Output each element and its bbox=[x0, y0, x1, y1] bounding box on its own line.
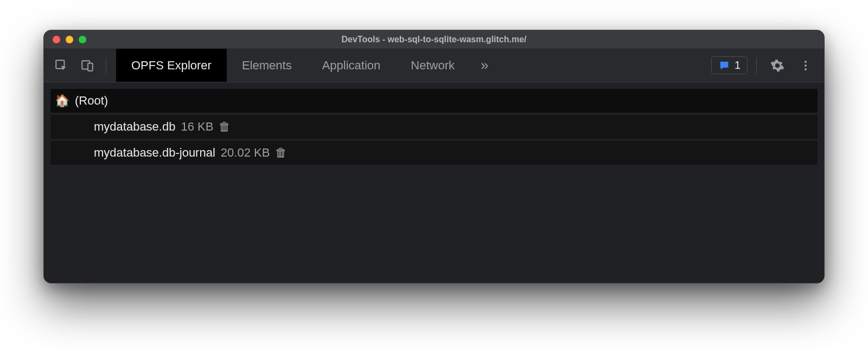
toolbar-separator bbox=[756, 57, 757, 74]
tab-label: Application bbox=[322, 59, 381, 73]
tab-label: Network bbox=[411, 59, 455, 73]
file-size: 20.02 KB bbox=[221, 146, 270, 160]
svg-rect-2 bbox=[88, 63, 93, 70]
svg-point-4 bbox=[805, 64, 807, 67]
toolbar-separator bbox=[106, 57, 106, 74]
device-toolbar-button[interactable] bbox=[75, 54, 99, 77]
inspect-element-button[interactable] bbox=[49, 54, 73, 77]
tab-application[interactable]: Application bbox=[307, 49, 396, 82]
svg-point-5 bbox=[805, 68, 807, 70]
devtools-window: DevTools - web-sql-to-sqlite-wasm.glitch… bbox=[43, 30, 825, 283]
root-label: (Root) bbox=[75, 94, 108, 108]
tab-elements[interactable]: Elements bbox=[227, 49, 307, 82]
file-row[interactable]: mydatabase.db-journal 20.02 KB 🗑 bbox=[50, 141, 818, 165]
gear-icon bbox=[770, 59, 784, 73]
tree-root-row[interactable]: 🏠 (Root) bbox=[50, 89, 818, 113]
settings-button[interactable] bbox=[765, 54, 789, 77]
trash-icon[interactable]: 🗑 bbox=[275, 146, 287, 160]
tab-label: OPFS Explorer bbox=[131, 59, 212, 73]
tab-network[interactable]: Network bbox=[395, 49, 470, 82]
opfs-explorer-panel: 🏠 (Root) mydatabase.db 16 KB 🗑 mydatabas… bbox=[44, 82, 824, 283]
tab-opfs-explorer[interactable]: OPFS Explorer bbox=[116, 49, 227, 82]
more-menu-button[interactable] bbox=[794, 54, 818, 77]
close-window-button[interactable] bbox=[53, 36, 60, 43]
home-icon: 🏠 bbox=[55, 95, 69, 107]
titlebar: DevTools - web-sql-to-sqlite-wasm.glitch… bbox=[44, 30, 824, 49]
tabs-overflow-button[interactable]: » bbox=[470, 49, 499, 82]
toolbar-left bbox=[44, 49, 116, 82]
file-size: 16 KB bbox=[181, 120, 213, 134]
toolbar-right: 1 bbox=[711, 49, 824, 82]
chat-icon bbox=[718, 60, 730, 72]
file-row[interactable]: mydatabase.db 16 KB 🗑 bbox=[50, 115, 818, 139]
file-name: mydatabase.db-journal bbox=[94, 146, 215, 160]
devtools-toolbar: OPFS Explorer Elements Application Netwo… bbox=[44, 49, 824, 82]
maximize-window-button[interactable] bbox=[79, 36, 86, 43]
trash-icon[interactable]: 🗑 bbox=[219, 120, 231, 134]
file-name: mydatabase.db bbox=[94, 120, 175, 134]
minimize-window-button[interactable] bbox=[66, 36, 73, 43]
issues-count: 1 bbox=[735, 59, 741, 72]
window-title: DevTools - web-sql-to-sqlite-wasm.glitch… bbox=[44, 35, 824, 44]
chevron-right-double-icon: » bbox=[481, 57, 488, 74]
kebab-icon bbox=[799, 59, 812, 72]
window-controls bbox=[44, 36, 86, 43]
devtools-tabs: OPFS Explorer Elements Application Netwo… bbox=[116, 49, 499, 82]
tab-label: Elements bbox=[242, 59, 292, 73]
issues-button[interactable]: 1 bbox=[711, 56, 748, 74]
svg-point-3 bbox=[805, 61, 807, 63]
